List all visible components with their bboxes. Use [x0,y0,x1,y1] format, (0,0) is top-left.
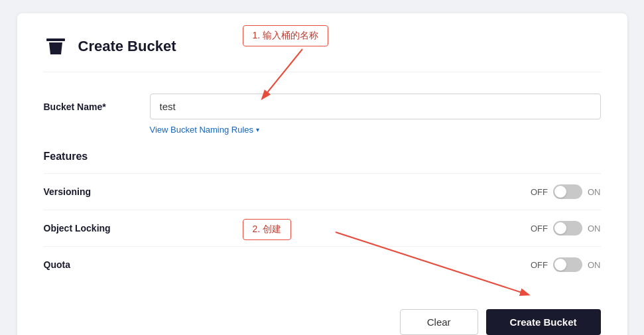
object-locking-off-label: OFF [531,224,548,234]
quota-toggle-group: OFF ON [531,257,601,272]
quota-on-label: ON [588,260,601,270]
versioning-label: Versioning [44,186,531,197]
quota-label: Quota [44,259,531,270]
create-bucket-card: 1. 输入桶的名称 2. 创建 [17,13,627,335]
versioning-thumb [554,186,566,198]
versioning-toggle[interactable] [553,184,582,199]
versioning-on-label: ON [588,187,601,197]
quota-row: Quota OFF ON [44,246,601,283]
actions-row: Clear Create Bucket [44,299,601,335]
naming-rules-link[interactable]: View Bucket Naming Rules ▾ [150,125,601,135]
features-title: Features [44,151,601,163]
versioning-off-label: OFF [531,187,548,197]
page-wrapper: 1. 输入桶的名称 2. 创建 [13,13,631,335]
versioning-toggle-group: OFF ON [531,184,601,199]
object-locking-on-label: ON [588,224,601,234]
versioning-row: Versioning OFF ON [44,173,601,210]
quota-toggle[interactable] [553,257,582,272]
object-locking-thumb [554,222,566,234]
card-header: Create Bucket [44,34,601,72]
object-locking-toggle-group: OFF ON [531,221,601,235]
features-section: Features Versioning OFF ON Object Lockin… [44,151,601,283]
bucket-icon [44,34,68,58]
bucket-name-input[interactable] [150,94,601,119]
bucket-name-label: Bucket Name* [44,101,150,112]
create-bucket-button[interactable]: Create Bucket [486,309,601,335]
quota-off-label: OFF [531,260,548,270]
svg-rect-2 [46,38,65,41]
bucket-name-row: Bucket Name* [44,94,601,119]
object-locking-toggle[interactable] [553,221,582,235]
page-title: Create Bucket [78,38,176,55]
clear-button[interactable]: Clear [400,309,478,335]
quota-thumb [554,259,566,271]
object-locking-row: Object Locking OFF ON [44,210,601,246]
object-locking-label: Object Locking [44,223,531,234]
